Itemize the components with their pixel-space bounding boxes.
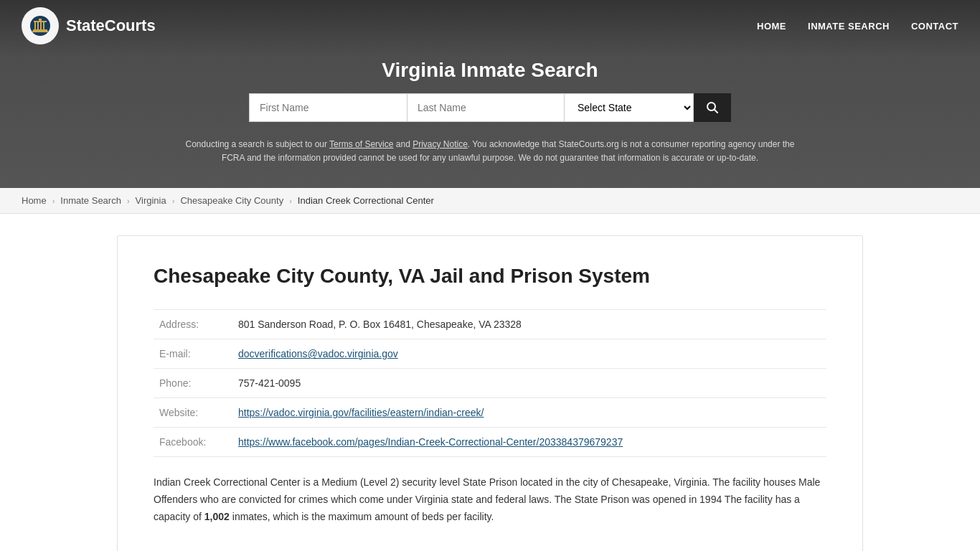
website-link[interactable]: https://vadoc.virginia.gov/facilities/ea… bbox=[238, 407, 484, 418]
email-value: docverifications@vadoc.virginia.gov bbox=[232, 339, 826, 369]
breadcrumb-sep-3: › bbox=[172, 197, 175, 205]
phone-label: Phone: bbox=[154, 369, 232, 398]
svg-rect-8 bbox=[32, 31, 48, 32]
disclaimer-text-between: and bbox=[393, 139, 413, 149]
svg-rect-3 bbox=[34, 22, 36, 29]
terms-link[interactable]: Terms of Service bbox=[329, 139, 393, 149]
facility-info-table: Address: 801 Sanderson Road, P. O. Box 1… bbox=[154, 309, 826, 457]
nav-inmate-search[interactable]: INMATE SEARCH bbox=[808, 21, 890, 32]
email-link[interactable]: docverifications@vadoc.virginia.gov bbox=[238, 348, 398, 359]
breadcrumb-home[interactable]: Home bbox=[22, 195, 47, 206]
breadcrumb-sep-1: › bbox=[52, 197, 55, 205]
search-button[interactable] bbox=[694, 93, 731, 122]
content-card: Chesapeake City County, VA Jail and Pris… bbox=[117, 235, 863, 551]
website-value: https://vadoc.virginia.gov/facilities/ea… bbox=[232, 398, 826, 428]
site-header: StateCourts HOME INMATE SEARCH CONTACT V… bbox=[0, 0, 980, 188]
address-value: 801 Sanderson Road, P. O. Box 16481, Che… bbox=[232, 310, 826, 339]
breadcrumb-county[interactable]: Chesapeake City County bbox=[180, 195, 283, 206]
svg-rect-2 bbox=[34, 21, 47, 22]
svg-rect-1 bbox=[39, 19, 42, 21]
main-content: Chesapeake City County, VA Jail and Pris… bbox=[95, 214, 885, 551]
nav-home[interactable]: HOME bbox=[757, 21, 786, 32]
breadcrumb-facility: Indian Creek Correctional Center bbox=[298, 195, 434, 206]
last-name-input[interactable] bbox=[407, 93, 565, 122]
site-logo[interactable]: StateCourts bbox=[22, 7, 156, 44]
breadcrumb-sep-2: › bbox=[127, 197, 130, 205]
facility-title: Chesapeake City County, VA Jail and Pris… bbox=[154, 265, 826, 288]
description-part2: inmates, which is the maximum amount of … bbox=[230, 511, 494, 522]
privacy-link[interactable]: Privacy Notice bbox=[413, 139, 468, 149]
website-label: Website: bbox=[154, 398, 232, 428]
breadcrumb-state[interactable]: Virginia bbox=[136, 195, 166, 206]
phone-value: 757-421-0095 bbox=[232, 369, 826, 398]
logo-icon bbox=[22, 7, 59, 44]
phone-row: Phone: 757-421-0095 bbox=[154, 369, 826, 398]
email-label: E-mail: bbox=[154, 339, 232, 369]
breadcrumb-inmate-search[interactable]: Inmate Search bbox=[60, 195, 121, 206]
search-icon bbox=[706, 101, 719, 114]
disclaimer-text-before: Conducting a search is subject to our bbox=[186, 139, 330, 149]
svg-rect-7 bbox=[33, 29, 47, 31]
disclaimer: Conducting a search is subject to our Te… bbox=[167, 132, 813, 174]
facebook-row: Facebook: https://www.facebook.com/pages… bbox=[154, 428, 826, 457]
email-row: E-mail: docverifications@vadoc.virginia.… bbox=[154, 339, 826, 369]
breadcrumb: Home › Inmate Search › Virginia › Chesap… bbox=[0, 188, 980, 214]
website-row: Website: https://vadoc.virginia.gov/faci… bbox=[154, 398, 826, 428]
facebook-link[interactable]: https://www.facebook.com/pages/Indian-Cr… bbox=[238, 436, 623, 448]
first-name-input[interactable] bbox=[249, 93, 407, 122]
facility-description: Indian Creek Correctional Center is a Me… bbox=[154, 474, 826, 525]
address-row: Address: 801 Sanderson Road, P. O. Box 1… bbox=[154, 310, 826, 339]
top-navigation: StateCourts HOME INMATE SEARCH CONTACT bbox=[0, 0, 980, 52]
breadcrumb-sep-4: › bbox=[289, 197, 292, 205]
facebook-label: Facebook: bbox=[154, 428, 232, 457]
nav-contact[interactable]: CONTACT bbox=[911, 21, 958, 32]
svg-rect-6 bbox=[43, 22, 44, 29]
facebook-value: https://www.facebook.com/pages/Indian-Cr… bbox=[232, 428, 826, 457]
nav-links: HOME INMATE SEARCH CONTACT bbox=[757, 21, 958, 32]
svg-rect-4 bbox=[37, 22, 39, 29]
svg-rect-5 bbox=[40, 22, 42, 29]
svg-line-10 bbox=[715, 110, 718, 113]
page-title: Virginia Inmate Search bbox=[0, 59, 980, 82]
search-form: Select State Alabama Alaska Arizona Arka… bbox=[0, 93, 980, 122]
logo-text: StateCourts bbox=[66, 17, 156, 35]
header-title-area: Virginia Inmate Search Select State Alab… bbox=[0, 52, 980, 188]
capacity-number: 1,002 bbox=[204, 511, 230, 522]
address-label: Address: bbox=[154, 310, 232, 339]
state-select[interactable]: Select State Alabama Alaska Arizona Arka… bbox=[565, 93, 694, 122]
